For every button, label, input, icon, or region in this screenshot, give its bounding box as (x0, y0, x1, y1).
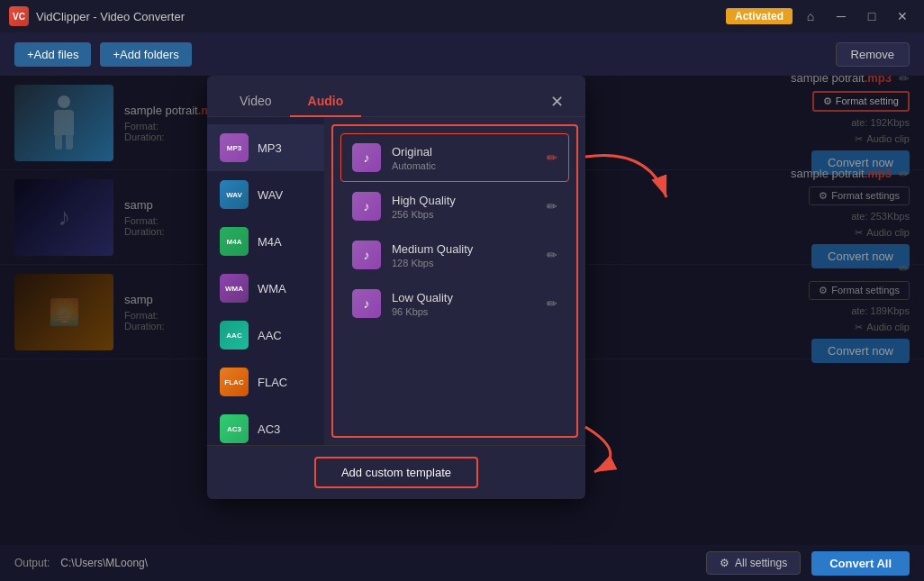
quality-name-low: Low Quality (392, 291, 536, 304)
format-label-aac: AAC (258, 329, 282, 342)
format-label-ac3: AC3 (258, 422, 280, 436)
quality-item-medium[interactable]: ♪ Medium Quality 128 Kbps ✏ (340, 231, 569, 279)
quality-name-high: High Quality (392, 194, 536, 207)
remove-button[interactable]: Remove (836, 42, 910, 67)
format-label-mp3: MP3 (258, 141, 282, 155)
quality-edit-original[interactable]: ✏ (547, 150, 557, 165)
output-label: Output: (14, 557, 50, 569)
wav-icon: WAV (220, 180, 249, 209)
format-label-wav: WAV (258, 188, 283, 202)
tab-audio[interactable]: Audio (290, 86, 362, 117)
flac-icon: FLAC (220, 368, 249, 396)
format-item-flac[interactable]: FLAC FLAC (207, 359, 324, 405)
add-template-button[interactable]: Add custom template (314, 457, 478, 488)
aac-icon: AAC (220, 321, 249, 350)
add-folders-button[interactable]: +Add folders (100, 42, 191, 67)
title-bar-right: Activated ⌂ ─ □ ✕ (726, 6, 915, 26)
status-bar: Output: C:\Users\MLoong\ ⚙ All settings … (0, 545, 924, 581)
format-item-wav[interactable]: WAV WAV (207, 171, 324, 218)
mp3-icon: MP3 (220, 133, 249, 162)
quality-icon-high: ♪ (352, 192, 381, 221)
format-label-wma: WMA (258, 282, 286, 295)
quality-item-original[interactable]: ♪ Original Automatic ✏ (340, 133, 569, 182)
activated-badge: Activated (726, 8, 793, 24)
quality-text-medium: Medium Quality 128 Kbps (392, 242, 536, 268)
format-dialog: Video Audio ✕ MP3 MP3 WAV WAV M4A M4A (207, 76, 585, 499)
dialog-body: MP3 MP3 WAV WAV M4A M4A WMA WMA AAC AA (207, 117, 585, 445)
m4a-icon: M4A (220, 227, 249, 256)
dialog-header: Video Audio ✕ (207, 76, 585, 117)
quality-edit-low[interactable]: ✏ (547, 296, 557, 311)
quality-rate-medium: 128 Kbps (392, 258, 536, 268)
ac3-icon: AC3 (220, 414, 249, 443)
tab-video[interactable]: Video (222, 86, 290, 117)
output-path: C:\Users\MLoong\ (60, 557, 695, 569)
quality-name-medium: Medium Quality (392, 242, 536, 256)
title-bar: VC VidClipper - Video Converter Activate… (0, 0, 924, 32)
quality-icon-low: ♪ (352, 289, 381, 318)
title-bar-left: VC VidClipper - Video Converter (9, 6, 185, 26)
add-files-button[interactable]: +Add files (14, 42, 91, 67)
quality-item-high[interactable]: ♪ High Quality 256 Kbps ✏ (340, 182, 569, 231)
quality-list: ♪ Original Automatic ✏ ♪ High Quality 25… (331, 124, 578, 438)
format-label-flac: FLAC (258, 376, 287, 389)
format-item-aac[interactable]: AAC AAC (207, 312, 324, 359)
quality-name-original: Original (392, 145, 536, 159)
close-button[interactable]: ✕ (890, 6, 915, 26)
all-settings-button[interactable]: ⚙ All settings (706, 551, 801, 575)
format-item-ac3[interactable]: AC3 AC3 (207, 405, 324, 445)
convert-all-button[interactable]: Convert All (811, 551, 910, 576)
maximize-button[interactable]: □ (859, 6, 884, 26)
format-list: MP3 MP3 WAV WAV M4A M4A WMA WMA AAC AA (207, 117, 324, 445)
minimize-button[interactable]: ─ (829, 6, 854, 26)
toolbar: +Add files +Add folders Remove (0, 32, 924, 76)
quality-text-original: Original Automatic (392, 145, 536, 171)
app-logo: VC (9, 6, 29, 26)
main-content: sample potrait.mp4 Format: Duration: sam… (0, 76, 924, 545)
quality-icon-medium: ♪ (352, 241, 381, 269)
home-button[interactable]: ⌂ (798, 6, 823, 26)
quality-rate-high: 256 Kbps (392, 209, 536, 220)
format-item-m4a[interactable]: M4A M4A (207, 218, 324, 265)
format-item-mp3[interactable]: MP3 MP3 (207, 124, 324, 171)
dialog-footer: Add custom template (207, 445, 585, 499)
gear-icon-all: ⚙ (720, 557, 729, 569)
format-item-wma[interactable]: WMA WMA (207, 265, 324, 312)
quality-item-low[interactable]: ♪ Low Quality 96 Kbps ✏ (340, 279, 569, 328)
quality-edit-high[interactable]: ✏ (547, 199, 557, 213)
quality-text-low: Low Quality 96 Kbps (392, 291, 536, 317)
quality-edit-medium[interactable]: ✏ (547, 248, 557, 262)
quality-rate-original: Automatic (392, 160, 536, 171)
dialog-close-button[interactable]: ✕ (543, 88, 571, 115)
quality-rate-low: 96 Kbps (392, 306, 536, 317)
quality-text-high: High Quality 256 Kbps (392, 194, 536, 220)
app-title: VidClipper - Video Converter (36, 10, 185, 23)
quality-icon-original: ♪ (352, 143, 381, 172)
format-label-m4a: M4A (258, 235, 282, 249)
wma-icon: WMA (220, 274, 249, 303)
